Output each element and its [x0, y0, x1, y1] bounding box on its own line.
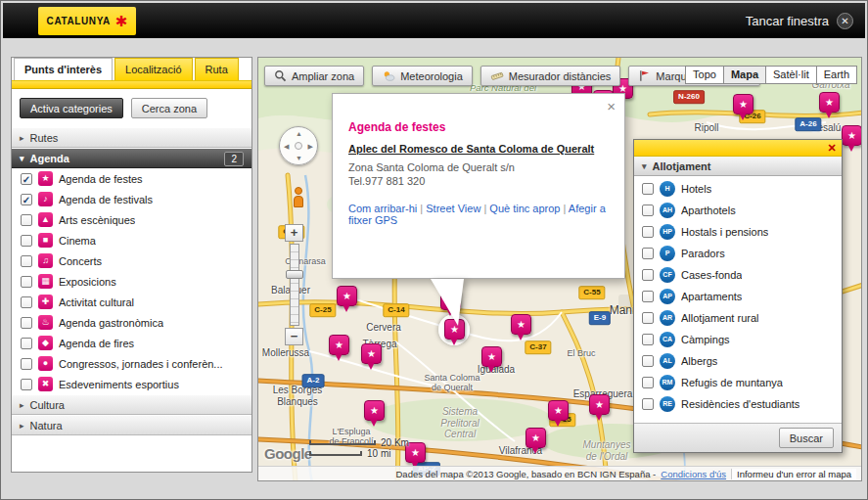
pan-left-icon[interactable]: ◀ — [284, 143, 289, 150]
category-row[interactable]: ▦Exposicions — [12, 271, 251, 292]
map-marker[interactable]: ★ — [525, 428, 546, 448]
pan-up-icon[interactable]: ▲ — [296, 130, 302, 137]
lodging-checkbox[interactable] — [642, 183, 654, 195]
meteorologia-button[interactable]: Meteorologia — [372, 66, 473, 86]
cerca-zona-button[interactable]: Cerca zona — [131, 98, 207, 118]
close-window-button[interactable]: Tancar finestra ✕ — [746, 3, 853, 38]
map-marker[interactable]: ★ — [329, 335, 349, 355]
lodging-row[interactable]: ARAllotjament rural — [634, 307, 842, 329]
map-marker[interactable]: ★ — [337, 286, 357, 306]
category-row[interactable]: ●Congressos, jornades i conferèn... — [12, 353, 251, 374]
lodging-row[interactable]: APApartaments — [634, 286, 842, 307]
map-panel[interactable]: Parc Natural del Cadí...GarrotxaRipollBe… — [257, 57, 862, 481]
lodging-row[interactable]: PParadors — [634, 243, 842, 264]
category-row[interactable]: ♨Agenda gastronòmica — [12, 312, 251, 333]
lodging-checkbox[interactable] — [642, 377, 654, 388]
category-row[interactable]: ✓♪Agenda de festivals — [12, 189, 251, 209]
zoom-in-button[interactable]: + — [285, 224, 303, 242]
lodging-checkbox[interactable] — [642, 269, 654, 281]
lodging-row[interactable]: HPHostals i pensions — [634, 221, 842, 243]
mesurador-distancies-button[interactable]: Mesurador distàncies — [480, 66, 621, 86]
zoom-slider-handle[interactable] — [286, 270, 303, 279]
maptype-topo-button[interactable]: Topo — [685, 66, 724, 84]
lodging-checkbox[interactable] — [642, 398, 654, 410]
map-marker[interactable]: ★ — [819, 92, 840, 113]
category-checkbox[interactable] — [21, 235, 32, 247]
chevron-right-icon: ▸ — [20, 133, 24, 143]
lodging-row[interactable]: HHotels — [634, 178, 842, 200]
accordion-natura[interactable]: ▸ Natura — [12, 415, 251, 435]
lodging-close-icon[interactable]: ✕ — [825, 141, 839, 155]
pan-right-icon[interactable]: ▶ — [308, 143, 313, 150]
category-checkbox[interactable] — [21, 276, 32, 288]
tab-ruta[interactable]: Ruta — [195, 58, 239, 80]
map-marker[interactable]: ★ — [364, 400, 385, 421]
sidebar-tabs: Punts d'interèsLocalitzacióRuta — [12, 58, 251, 80]
category-checkbox[interactable] — [21, 296, 32, 308]
zoom-slider[interactable] — [290, 244, 299, 326]
tab-localitzacio[interactable]: Localització — [114, 58, 192, 80]
street-view-link[interactable]: Street View — [426, 203, 480, 214]
pan-down-icon[interactable]: ▼ — [296, 155, 302, 161]
lodging-row[interactable]: CFCases-fonda — [634, 264, 842, 286]
lodging-row[interactable]: AHAparthotels — [634, 200, 842, 221]
category-row[interactable]: ✚Activitat cultural — [12, 292, 251, 312]
zoom-out-button[interactable]: − — [285, 328, 303, 345]
lodging-checkbox[interactable] — [642, 248, 654, 259]
category-row[interactable]: ✓★Agenda de festes — [12, 168, 251, 189]
accordion-agenda[interactable]: ▾ Agenda 2 — [12, 148, 251, 168]
buscar-button[interactable]: Buscar — [779, 428, 834, 448]
category-checkbox[interactable]: ✓ — [21, 173, 32, 185]
lodging-checkbox[interactable] — [642, 291, 654, 302]
category-row[interactable]: ♫Concerts — [12, 250, 251, 271]
activa-categories-button[interactable]: Activa categories — [20, 98, 123, 118]
lodging-title-bar[interactable]: ✕ — [634, 140, 842, 157]
pegman-control[interactable] — [292, 187, 305, 210]
category-checkbox[interactable] — [21, 214, 32, 226]
category-checkbox[interactable] — [21, 255, 32, 267]
maptype-mapa-button[interactable]: Mapa — [723, 66, 766, 84]
lodging-row[interactable]: RMRefugis de muntanya — [634, 372, 842, 393]
lodging-row[interactable]: ALAlbergs — [634, 350, 842, 372]
lodging-checkbox[interactable] — [642, 312, 654, 324]
category-row[interactable]: ✖Esdeveniments esportius — [12, 374, 251, 394]
map-marker[interactable]: ★ — [481, 346, 502, 367]
tab-punts-d-interes[interactable]: Punts d'interès — [14, 58, 113, 80]
category-row[interactable]: ▲Arts escèniques — [12, 209, 251, 230]
report-error-link[interactable]: Informeu d'un error al mapa — [731, 469, 856, 479]
category-row[interactable]: ◆Agenda de fires — [12, 333, 251, 353]
accordion-rutes[interactable]: ▸ Rutes — [12, 127, 251, 148]
que-tinc-aprop-link[interactable]: Què tinc aprop — [489, 203, 560, 214]
accordion-cultura[interactable]: ▸ Cultura — [12, 394, 251, 415]
category-checkbox[interactable] — [21, 379, 32, 390]
category-checkbox[interactable] — [21, 338, 32, 349]
pan-center-icon[interactable] — [295, 142, 302, 150]
lodging-row[interactable]: REResidències d'estudiants — [634, 393, 842, 415]
category-checkbox[interactable] — [21, 317, 32, 329]
map-marker[interactable]: ★ — [511, 314, 531, 335]
maptype-earth-button[interactable]: Earth — [816, 66, 857, 84]
lodging-accordion-header[interactable]: ▾ Allotjament — [634, 157, 842, 176]
map-marker[interactable]: ★ — [733, 94, 754, 114]
close-window-label[interactable]: Tancar finestra — [746, 14, 829, 28]
lodging-checkbox[interactable] — [642, 355, 654, 367]
ampliar-zona-button[interactable]: Ampliar zona — [264, 66, 364, 86]
info-title-link[interactable]: Aplec del Romesco de Santa Coloma de Que… — [348, 143, 611, 155]
close-icon[interactable]: ✕ — [837, 13, 853, 29]
info-window-close-icon[interactable]: × — [607, 99, 616, 114]
com-arribar-hi-link[interactable]: Com arribar-hi — [348, 203, 417, 214]
category-checkbox[interactable]: ✓ — [21, 194, 32, 205]
lodging-checkbox[interactable] — [642, 226, 654, 238]
lodging-row[interactable]: CACàmpings — [634, 329, 842, 350]
map-marker[interactable]: ★ — [842, 125, 862, 146]
map-marker[interactable]: ★ — [361, 343, 382, 364]
lodging-checkbox[interactable] — [642, 205, 654, 216]
category-checkbox[interactable] — [21, 358, 32, 370]
lodging-checkbox[interactable] — [642, 334, 654, 345]
map-marker[interactable]: ★ — [548, 400, 569, 421]
category-row[interactable]: ■Cinema — [12, 230, 251, 250]
map-marker[interactable]: ★ — [589, 394, 610, 415]
terms-link[interactable]: Condicions d'ús — [661, 469, 726, 479]
pan-control[interactable]: ▲ ▼ ◀ ▶ — [279, 126, 318, 165]
maptype-satel-lit-button[interactable]: Satèl·lit — [765, 66, 817, 84]
